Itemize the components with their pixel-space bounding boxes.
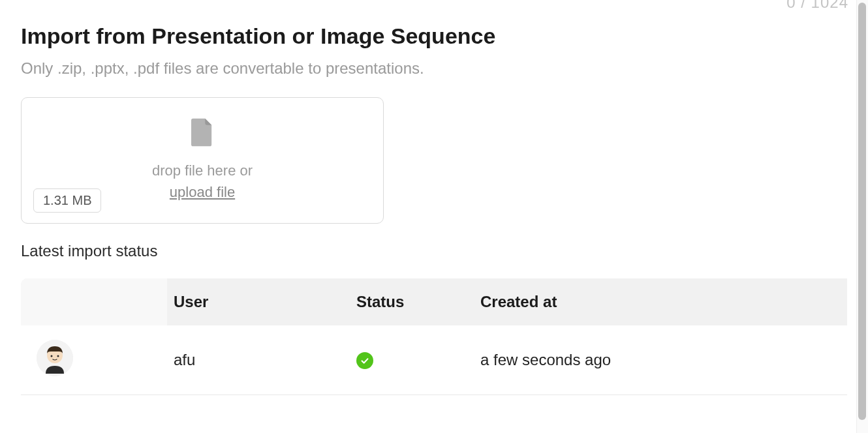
table-header-avatar — [21, 278, 167, 325]
dropzone-text: drop file here or upload file — [152, 160, 253, 203]
import-status-table: User Status Created at — [21, 278, 847, 395]
cell-avatar — [21, 325, 167, 395]
table-row: afu a few seconds ago — [21, 325, 847, 395]
drop-hint-text: drop file here or — [152, 162, 253, 179]
main-container: Import from Presentation or Image Sequen… — [0, 0, 868, 395]
table-header-row: User Status Created at — [21, 278, 847, 325]
table-header-user: User — [167, 278, 350, 325]
cell-user: afu — [167, 325, 350, 395]
upload-file-link[interactable]: upload file — [170, 184, 235, 200]
table-header-status: Status — [350, 278, 474, 325]
cell-created-at: a few seconds ago — [474, 325, 847, 395]
page-subtitle: Only .zip, .pptx, .pdf files are convert… — [21, 59, 847, 78]
page-title: Import from Presentation or Image Sequen… — [21, 23, 847, 49]
file-icon — [191, 118, 213, 147]
file-size-badge: 1.31 MB — [33, 188, 101, 213]
table-header-created-at: Created at — [474, 278, 847, 325]
scrollbar-thumb[interactable] — [858, 3, 866, 420]
user-avatar — [37, 340, 73, 376]
svg-point-2 — [51, 355, 53, 357]
status-heading: Latest import status — [21, 242, 847, 260]
cell-status — [350, 325, 474, 395]
svg-point-3 — [57, 355, 59, 357]
status-success-icon — [356, 352, 373, 369]
char-counter: 0 / 1024 — [786, 0, 848, 12]
scrollbar-track[interactable] — [856, 0, 868, 433]
file-dropzone[interactable]: drop file here or upload file 1.31 MB — [21, 97, 384, 224]
